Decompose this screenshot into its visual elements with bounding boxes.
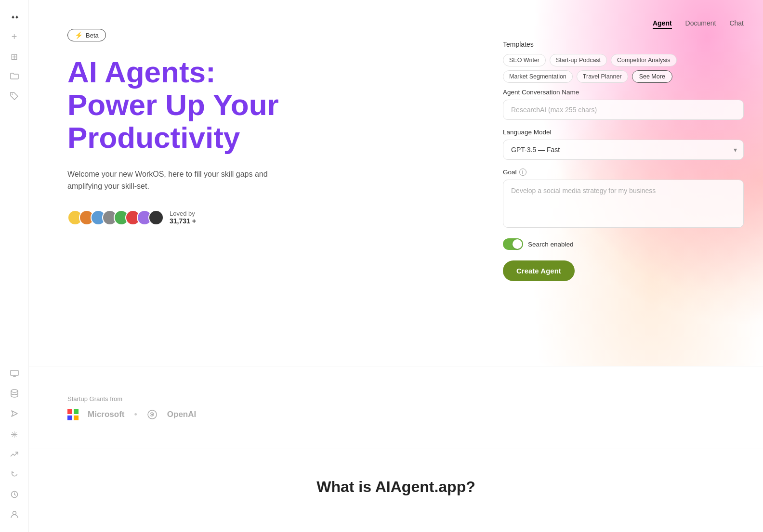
sidebar-icon-asterisk[interactable]: ✳ xyxy=(6,426,23,443)
main-content: ⚡ Beta AI Agents: Power Up Your Producti… xyxy=(29,0,763,532)
hero-right: Agent Document Chat Templates SEO Writer… xyxy=(484,0,763,366)
loved-text: Loved by 31,731 + xyxy=(170,210,196,225)
microsoft-logo-grid xyxy=(67,409,78,420)
chip-startup-podcast[interactable]: Start-up Podcast xyxy=(550,54,607,66)
openai-icon xyxy=(147,409,158,420)
refresh-icon xyxy=(11,470,18,480)
chip-travel-planner[interactable]: Travel Planner xyxy=(577,70,628,83)
grid-icon: ⊞ xyxy=(11,52,18,62)
hero-section: ⚡ Beta AI Agents: Power Up Your Producti… xyxy=(29,0,763,366)
svg-rect-1 xyxy=(11,370,18,376)
sidebar-icon-send[interactable] xyxy=(6,406,23,423)
plus-icon xyxy=(12,31,17,42)
chip-seo-writer[interactable]: SEO Writer xyxy=(503,54,546,66)
trending-icon xyxy=(10,450,18,460)
microsoft-name: Microsoft xyxy=(88,410,125,419)
hero-title-line3: Productivity xyxy=(67,121,240,154)
sidebar-icon-db[interactable] xyxy=(6,386,23,403)
sidebar-icon-monitor[interactable] xyxy=(6,365,23,383)
asterisk-icon: ✳ xyxy=(11,429,18,440)
sidebar-icon-folder[interactable] xyxy=(6,68,23,86)
sidebar-icon-plus[interactable] xyxy=(6,28,23,45)
sidebar-icon-tag[interactable] xyxy=(6,89,23,106)
form-panel: Agent Document Chat Templates SEO Writer… xyxy=(484,0,763,300)
sidebar-icon-grid[interactable]: ⊞ xyxy=(6,48,23,65)
ms-yellow xyxy=(74,415,79,420)
beta-badge: ⚡ Beta xyxy=(67,29,106,41)
model-select[interactable]: GPT-3.5 — Fast GPT-4 GPT-4 Turbo xyxy=(503,140,744,160)
send-icon xyxy=(11,410,18,420)
hero-title: AI Agents: Power Up Your Productivity xyxy=(67,56,347,155)
database-icon xyxy=(11,389,18,400)
sparkle-icon xyxy=(11,12,18,22)
template-chips: SEO Writer Start-up Podcast Competitor A… xyxy=(503,54,744,83)
grants-logos: Microsoft • OpenAI xyxy=(67,409,724,420)
hero-left: ⚡ Beta AI Agents: Power Up Your Producti… xyxy=(29,0,484,366)
sidebar: ⊞ xyxy=(0,0,29,532)
avatar-stack xyxy=(67,210,164,225)
name-field-label: Agent Conversation Name xyxy=(503,89,744,96)
what-title: What is AIAgent.app? xyxy=(67,478,724,496)
goal-label-text: Goal xyxy=(503,169,517,176)
clock-icon xyxy=(11,491,18,501)
separator: • xyxy=(134,410,137,420)
svg-point-4 xyxy=(11,389,18,392)
nav-tabs: Agent Document Chat xyxy=(503,19,744,29)
sidebar-icon-clock[interactable] xyxy=(6,487,23,504)
toggle-row: Search enabled xyxy=(503,238,744,250)
goal-field-label: Goal i xyxy=(503,169,744,176)
ms-blue xyxy=(67,415,72,420)
hero-title-line1: AI Agents: xyxy=(67,55,216,89)
goal-textarea[interactable] xyxy=(503,180,744,228)
hero-title-line2: Power Up Your xyxy=(67,88,279,121)
sidebar-icon-refresh[interactable] xyxy=(6,467,23,484)
sidebar-icon-trending[interactable] xyxy=(6,446,23,464)
loved-count: 31,731 + xyxy=(170,217,196,225)
model-field-label: Language Model xyxy=(503,129,744,136)
openai-name: OpenAI xyxy=(167,410,196,419)
name-label-text: Agent Conversation Name xyxy=(503,89,579,96)
monitor-icon xyxy=(10,369,19,379)
search-toggle[interactable] xyxy=(503,238,523,250)
svg-point-0 xyxy=(12,93,13,94)
svg-point-8 xyxy=(151,414,153,415)
beta-label: Beta xyxy=(86,32,99,39)
avatars-row: Loved by 31,731 + xyxy=(67,210,445,225)
model-select-wrapper: GPT-3.5 — Fast GPT-4 GPT-4 Turbo ▾ xyxy=(503,140,744,160)
user-icon xyxy=(11,510,18,521)
see-more-button[interactable]: See More xyxy=(632,70,672,83)
sidebar-icon-sparkle[interactable] xyxy=(6,8,23,25)
hero-description: Welcome your new WorkOS, here to fill yo… xyxy=(67,168,299,193)
chip-competitor-analysis[interactable]: Competitor Analysis xyxy=(611,54,676,66)
tab-document[interactable]: Document xyxy=(685,19,716,29)
tag-icon xyxy=(10,92,18,103)
info-icon: i xyxy=(519,169,526,176)
folder-icon xyxy=(10,72,19,82)
create-agent-button[interactable]: Create Agent xyxy=(503,260,575,281)
grants-label: Startup Grants from xyxy=(67,395,724,402)
ms-red xyxy=(67,409,72,414)
sidebar-icon-user[interactable] xyxy=(6,507,23,524)
agent-name-input[interactable] xyxy=(503,100,744,120)
search-label: Search enabled xyxy=(528,241,574,248)
avatar xyxy=(148,210,164,225)
tab-agent[interactable]: Agent xyxy=(653,19,672,29)
ms-green xyxy=(74,409,79,414)
templates-label: Templates xyxy=(503,40,744,48)
chip-market-segmentation[interactable]: Market Segmentation xyxy=(503,70,573,83)
flash-icon: ⚡ xyxy=(75,31,83,39)
grants-section: Startup Grants from Microsoft • OpenAI xyxy=(29,366,763,449)
what-section: What is AIAgent.app? xyxy=(29,449,763,525)
model-label-text: Language Model xyxy=(503,129,552,136)
svg-point-6 xyxy=(13,511,16,515)
toggle-knob xyxy=(513,239,522,249)
tab-chat[interactable]: Chat xyxy=(729,19,744,29)
loved-by-label: Loved by xyxy=(170,210,196,217)
